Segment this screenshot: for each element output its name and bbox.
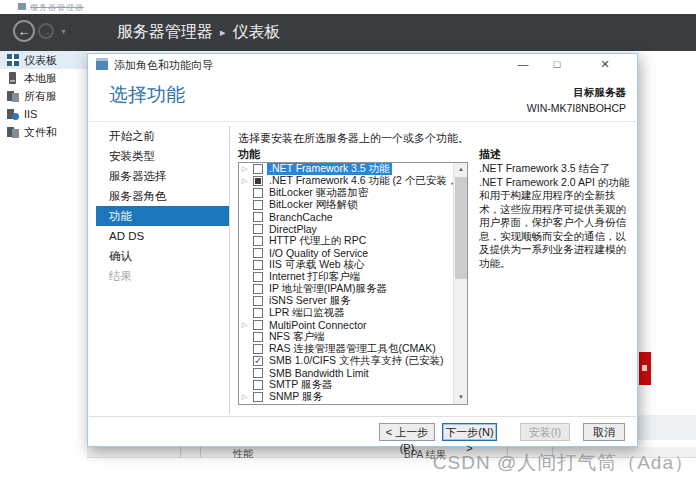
feature-label[interactable]: .NET Framework 3.5 功能 <box>267 163 392 175</box>
scroll-up-icon[interactable]: ▲ <box>454 163 468 176</box>
sidebar-item-文件和[interactable]: 文件和 <box>0 123 87 141</box>
checkbox-unchecked[interactable] <box>253 368 263 378</box>
feature-label[interactable]: SMB 1.0/CIFS 文件共享支持 (已安装) <box>267 355 445 367</box>
feature-label[interactable]: SNMP 服务 <box>267 391 325 403</box>
feature-label[interactable]: LPR 端口监视器 <box>267 307 347 319</box>
scroll-down-icon[interactable]: ▼ <box>454 391 468 404</box>
target-server-block: 目标服务器 WIN-MK7I8NBOHCP <box>527 86 626 114</box>
feature-row[interactable]: NFS 客户端 <box>239 331 467 343</box>
minimize-button[interactable]: — <box>509 55 537 73</box>
feature-row[interactable]: IP 地址管理(IPAM)服务器 <box>239 283 467 295</box>
expander-icon[interactable]: ▷ <box>242 175 253 187</box>
checkbox-unchecked[interactable] <box>253 320 263 330</box>
checkbox-unchecked[interactable] <box>253 284 263 294</box>
wizard-step-confirmation[interactable]: 确认 <box>96 246 229 266</box>
feature-row[interactable]: BitLocker 驱动器加密 <box>239 187 467 199</box>
breadcrumb-current[interactable]: 仪表板 <box>233 23 281 40</box>
feature-row[interactable]: BitLocker 网络解锁 <box>239 199 467 211</box>
feature-label[interactable]: SMTP 服务器 <box>267 379 334 391</box>
feature-label[interactable]: I/O Quality of Service <box>267 247 370 259</box>
checkbox-unchecked[interactable] <box>253 224 263 234</box>
close-button[interactable]: ✕ <box>591 55 619 73</box>
checkbox-unchecked[interactable] <box>253 296 263 306</box>
expander-icon[interactable]: ▷ <box>242 391 253 403</box>
dashboard-alert-red-tile[interactable] <box>639 352 651 385</box>
checkbox-unchecked[interactable] <box>253 236 263 246</box>
feature-label[interactable]: RAS 连接管理器管理工具包(CMAK) <box>267 343 438 355</box>
checkbox-unchecked[interactable] <box>253 260 263 270</box>
scrollbar-thumb[interactable] <box>455 177 467 279</box>
feature-row[interactable]: SMB Bandwidth Limit <box>239 367 467 379</box>
previous-button[interactable]: < 上一步(P) <box>379 423 435 441</box>
checkbox-checked[interactable] <box>253 356 263 366</box>
feature-label[interactable]: Internet 打印客户端 <box>267 271 362 283</box>
feature-label[interactable]: BitLocker 驱动器加密 <box>267 187 370 199</box>
wizard-step-features[interactable]: 功能 <box>96 206 229 226</box>
feature-label[interactable]: BitLocker 网络解锁 <box>267 199 360 211</box>
sidebar-item-本地服[interactable]: 本地服 <box>0 69 87 87</box>
feature-row[interactable]: LPR 端口监视器 <box>239 307 467 319</box>
feature-row[interactable]: HTTP 代理上的 RPC <box>239 235 467 247</box>
checkbox-indeterminate[interactable] <box>253 176 263 186</box>
back-button[interactable]: ← <box>13 20 35 42</box>
feature-row[interactable]: SMB 1.0/CIFS 文件共享支持 (已安装) <box>239 355 467 367</box>
feature-row[interactable]: Internet 打印客户端 <box>239 271 467 283</box>
feature-row[interactable]: I/O Quality of Service <box>239 247 467 259</box>
feature-row[interactable]: ▷MultiPoint Connector <box>239 319 467 331</box>
wizard-step-server-selection[interactable]: 服务器选择 <box>96 166 229 186</box>
wizard-step-results[interactable]: 结果 <box>96 266 229 286</box>
feature-row[interactable]: ▷.NET Framework 3.5 功能 <box>239 163 467 175</box>
feature-label[interactable]: IP 地址管理(IPAM)服务器 <box>267 283 389 295</box>
expander-icon[interactable]: ▷ <box>242 163 253 175</box>
checkbox-unchecked[interactable] <box>253 308 263 318</box>
feature-row[interactable]: iSNS Server 服务 <box>239 295 467 307</box>
scrollbar[interactable]: ▲ ▼ <box>453 163 467 404</box>
feature-row[interactable]: DirectPlay <box>239 223 467 235</box>
features-listbox[interactable]: ▲ ▼ ▷.NET Framework 3.5 功能▷.NET Framewor… <box>238 162 468 405</box>
install-button[interactable]: 安装(I) <box>520 423 570 441</box>
wizard-step-server-roles[interactable]: 服务器角色 <box>96 186 229 206</box>
feature-label[interactable]: NFS 客户端 <box>267 331 326 343</box>
checkbox-unchecked[interactable] <box>253 164 263 174</box>
checkbox-unchecked[interactable] <box>253 380 263 390</box>
nav-history-caret-icon[interactable]: ▼ <box>60 28 67 35</box>
feature-label[interactable]: SMB Bandwidth Limit <box>267 367 371 379</box>
checkbox-unchecked[interactable] <box>253 212 263 222</box>
maximize-button[interactable]: □ <box>543 55 571 73</box>
cancel-button[interactable]: 取消 <box>583 423 625 441</box>
wizard-titlebar[interactable]: 添加角色和功能向导 — □ ✕ <box>88 54 637 74</box>
sidebar-item-仪表板[interactable]: 仪表板 <box>0 51 87 69</box>
dashboard-grid-icon <box>7 54 19 66</box>
checkbox-unchecked[interactable] <box>253 344 263 354</box>
expander-icon[interactable]: ▷ <box>242 319 253 331</box>
feature-label[interactable]: MultiPoint Connector <box>267 319 368 331</box>
checkbox-unchecked[interactable] <box>253 248 263 258</box>
feature-row[interactable]: BranchCache <box>239 211 467 223</box>
feature-row[interactable]: SMTP 服务器 <box>239 379 467 391</box>
checkbox-unchecked[interactable] <box>253 392 263 402</box>
sidebar-item-所有服[interactable]: 所有服 <box>0 87 87 105</box>
feature-label[interactable]: .NET Framework 4.6 功能 (2 个已安装，共 7 个) <box>267 175 467 187</box>
checkbox-unchecked[interactable] <box>253 332 263 342</box>
checkbox-unchecked[interactable] <box>253 272 263 282</box>
wizard-step-before-you-begin[interactable]: 开始之前 <box>96 126 229 146</box>
breadcrumb-root[interactable]: 服务器管理器 <box>117 23 213 40</box>
next-button[interactable]: 下一步(N) > <box>442 423 497 441</box>
feature-label[interactable]: HTTP 代理上的 RPC <box>267 235 368 247</box>
checkbox-unchecked[interactable] <box>253 200 263 210</box>
feature-label[interactable]: iSNS Server 服务 <box>267 295 353 307</box>
performance-label: 性能 <box>233 447 253 461</box>
wizard-step-installation-type[interactable]: 安装类型 <box>96 146 229 166</box>
feature-row[interactable]: ▷SNMP 服务 <box>239 391 467 403</box>
feature-row[interactable]: RAS 连接管理器管理工具包(CMAK) <box>239 343 467 355</box>
feature-row[interactable]: IIS 可承载 Web 核心 <box>239 259 467 271</box>
feature-row[interactable]: ▷.NET Framework 4.6 功能 (2 个已安装，共 7 个) <box>239 175 467 187</box>
checkbox-unchecked[interactable] <box>253 188 263 198</box>
feature-label[interactable]: BranchCache <box>267 211 335 223</box>
file-storage-icon <box>7 126 19 138</box>
feature-label[interactable]: IIS 可承载 Web 核心 <box>267 259 367 271</box>
feature-label[interactable]: DirectPlay <box>267 223 319 235</box>
wizard-step-ad-ds[interactable]: AD DS <box>96 226 229 246</box>
forward-button[interactable]: → <box>38 23 54 39</box>
sidebar-item-IIS[interactable]: IIS <box>0 105 87 123</box>
